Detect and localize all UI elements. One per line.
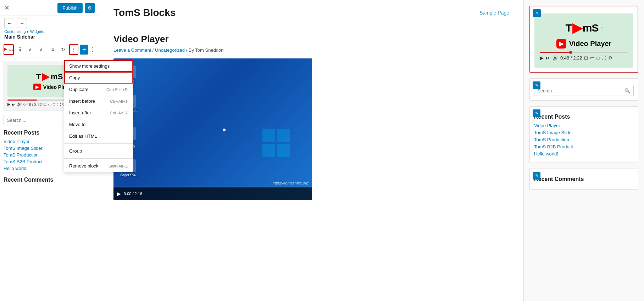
right-pip-btn[interactable]: ▭ — [590, 55, 594, 61]
rotate-button[interactable]: ↻ — [59, 44, 68, 55]
toms-logo-large: T▶mS ™ — [565, 21, 602, 35]
site-header: TomS Blocks Sample Page — [113, 7, 509, 23]
toms-logo: T▶mS — [36, 71, 63, 82]
right-recent-posts-widget: ✎ Recent Posts Video Player TomS Image S… — [529, 106, 638, 163]
right-next-btn[interactable]: ⏭ — [546, 55, 550, 61]
right-sound-btn[interactable]: 🔊 — [553, 55, 558, 61]
right-recent-comments-widget: ✎ Recent Comments — [529, 169, 638, 190]
right-sidebar: ✎ T▶mS ™ ▶ Video Player ▶ ⏭ 🔊 — [523, 0, 644, 301]
forward-button[interactable]: → — [17, 18, 27, 28]
chevron-up-icon: ∧ — [28, 47, 32, 52]
widget-video-label: Video Pla — [43, 84, 66, 90]
kebab-menu-button[interactable]: ⋮ — [90, 46, 95, 53]
video-time: 0:00 / 2:16 — [124, 192, 142, 196]
right-progress-fill — [540, 52, 571, 53]
breadcrumb-customizing[interactable]: Customizing — [4, 29, 26, 34]
pencil-icon-4: ✎ — [535, 174, 538, 178]
chevron-down-icon: ∨ — [39, 47, 43, 52]
right-video-widget: ✎ T▶mS ™ ▶ Video Player ▶ ⏭ 🔊 — [529, 6, 638, 73]
right-post-link-1[interactable]: TomS Image Slider — [534, 130, 634, 135]
drag-button[interactable]: ⠿ — [15, 44, 24, 55]
right-fullscreen-btn[interactable]: ⛶ — [601, 55, 606, 61]
video-play-btn[interactable]: ▶ — [117, 191, 121, 197]
right-recent-comments-title: Recent Comments — [534, 176, 634, 182]
plus-icon: + — [82, 46, 86, 53]
kebab-icon: ⋮ — [90, 47, 95, 53]
svg-rect-1 — [277, 129, 290, 142]
close-button[interactable]: ✕ — [4, 4, 10, 12]
right-comments-edit-icon[interactable]: ✎ — [533, 172, 540, 180]
drag-icon: ⠿ — [18, 47, 22, 52]
right-post-link-4[interactable]: Hello world! — [534, 151, 634, 157]
left-sidebar: ✕ Publish ⚙ ← → Customizing ▸ Widgets Ma… — [0, 0, 99, 301]
right-widget-edit-icon[interactable]: ✎ — [533, 9, 541, 17]
windows-logo — [262, 129, 291, 158]
right-theater-btn[interactable]: □ — [596, 55, 599, 61]
youtube-icon: ▶ — [556, 39, 566, 49]
edit-as-html-item[interactable]: Edit as HTML — [64, 130, 133, 142]
publish-button[interactable]: Publish — [57, 3, 83, 13]
right-search-input[interactable] — [534, 86, 622, 96]
duplicate-item[interactable]: Duplicate Ctrl+Shift+D — [64, 84, 133, 95]
breadcrumb-section: ← → Customizing ▸ Widgets Main Sidebar — [0, 16, 99, 42]
right-recent-posts-title: Recent Posts — [534, 114, 634, 120]
video-player-label-large: ▶ Video Player — [556, 39, 612, 49]
sidebar-title: Main Sidebar — [4, 34, 95, 40]
video-block-icon: ▶TMS — [4, 47, 13, 52]
right-widget-progress — [540, 52, 628, 53]
sample-page-link[interactable]: Sample Page — [479, 10, 509, 16]
pencil-icon-3: ✎ — [535, 111, 538, 116]
rotate-icon: ↻ — [61, 47, 65, 52]
remove-block-item[interactable]: Remove block Shift+Alt+Z — [64, 160, 133, 172]
pencil-icon: ✎ — [535, 11, 539, 16]
right-search-edit-icon[interactable]: ✎ — [533, 81, 540, 89]
site-title: TomS Blocks — [113, 7, 176, 18]
right-widget-preview: T▶mS ™ ▶ Video Player ▶ ⏭ 🔊 0:48 / 2:22 … — [534, 13, 633, 68]
right-play-btn[interactable]: ▶ — [540, 55, 544, 61]
main-content: TomS Blocks Sample Page Video Player Lea… — [99, 0, 523, 301]
align-icon: ≡ — [51, 47, 54, 52]
pencil-icon-2: ✎ — [535, 83, 538, 88]
move-to-item[interactable]: Move to — [64, 119, 133, 130]
video-player: 🗑 휴지통 🌐 Microsoft Edge 📁 6-800x650... — [113, 58, 312, 200]
svg-rect-2 — [262, 144, 275, 157]
breadcrumb-widgets[interactable]: Widgets — [30, 29, 44, 34]
svg-rect-0 — [262, 129, 275, 142]
right-post-link-0[interactable]: Video Player — [534, 123, 634, 128]
right-settings-btn[interactable]: ⚙ — [608, 55, 612, 61]
right-post-link-3[interactable]: TomS B2B Product — [534, 144, 634, 149]
right-search-wrap: 🔍 — [534, 86, 634, 96]
block-toolbar: ▶TMS ⠿ ∧ ∨ ≡ ↻ ⋮ + ⋮ Show more settings — [0, 42, 99, 57]
right-post-link-2[interactable]: TomS Production — [534, 137, 634, 142]
align-button[interactable]: ≡ — [48, 44, 57, 55]
video-controls-bar: ▶ 0:00 / 2:16 — [113, 187, 312, 200]
category-link[interactable]: Uncategorized — [155, 47, 185, 53]
insert-after-item[interactable]: Insert after Ctrl+Alt+Y — [64, 107, 133, 119]
desktop-icons: 🗑 휴지통 🌐 Microsoft Edge 📁 6-800x650... — [113, 58, 312, 186]
video-url: https://tomssmile.org — [273, 181, 309, 185]
cursor — [223, 129, 226, 131]
right-caption-btn[interactable]: ⊡ — [584, 55, 588, 61]
back-button[interactable]: ← — [4, 18, 14, 28]
right-controls: ▶ ⏭ 🔊 0:48 / 2:22 ⊡ ▭ □ ⛶ ⚙ — [540, 55, 628, 61]
gear-icon: ⚙ — [88, 5, 92, 11]
show-more-settings-item[interactable]: Show more settings — [64, 60, 133, 72]
svg-rect-3 — [277, 144, 290, 157]
right-search-button[interactable]: 🔍 — [622, 86, 633, 96]
right-search-widget: ✎ 🔍 — [529, 78, 638, 101]
move-down-button[interactable]: ∨ — [36, 44, 45, 55]
insert-before-item[interactable]: Insert before Ctrl+Alt+T — [64, 95, 133, 107]
right-progress-track — [540, 52, 628, 53]
copy-item[interactable]: Copy — [64, 72, 133, 84]
leave-comment-link[interactable]: Leave a Comment — [113, 47, 151, 53]
more-options-button[interactable]: ⋮ — [69, 44, 78, 55]
group-item[interactable]: Group — [64, 145, 133, 157]
context-menu: Show more settings Copy Duplicate Ctrl+S… — [64, 60, 133, 172]
right-posts-edit-icon[interactable]: ✎ — [533, 109, 540, 117]
add-block-button[interactable]: + — [80, 45, 88, 55]
article-title: Video Player — [113, 34, 509, 45]
move-up-button[interactable]: ∧ — [26, 44, 35, 55]
sidebar-recent-comments-title: Recent Comments — [4, 177, 95, 183]
block-type-button[interactable]: ▶TMS — [4, 44, 14, 55]
gear-button[interactable]: ⚙ — [85, 3, 95, 13]
